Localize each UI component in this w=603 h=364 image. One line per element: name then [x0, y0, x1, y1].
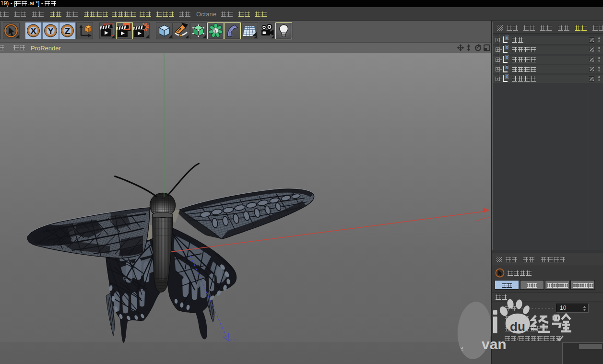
svg-text:du: du	[510, 319, 525, 334]
svg-text:van: van	[482, 336, 507, 352]
svg-text:Y: Y	[47, 26, 54, 36]
svg-text:Z: Z	[65, 26, 71, 36]
svg-text:X: X	[30, 26, 36, 36]
